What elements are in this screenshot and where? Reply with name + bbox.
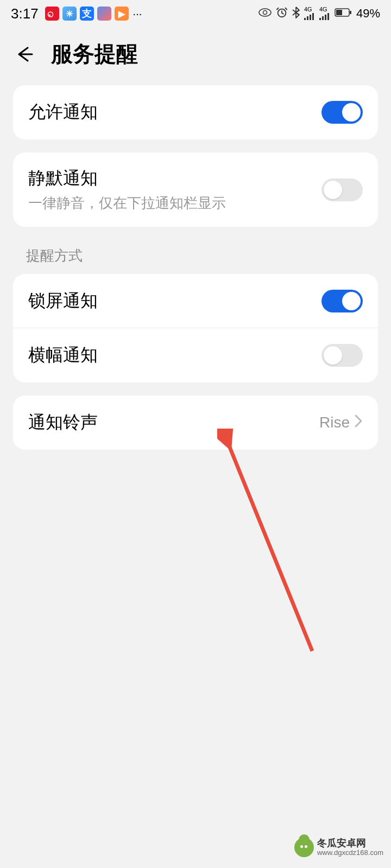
sound-label: 通知铃声: [28, 411, 98, 435]
signal-4g-icon-1: 4G: [304, 7, 315, 21]
svg-rect-11: [322, 16, 324, 20]
weibo-icon: [45, 7, 59, 21]
silent-notifications-toggle[interactable]: [321, 178, 363, 201]
svg-rect-8: [310, 15, 311, 20]
battery-text: 49%: [356, 7, 380, 21]
app-icon-2: ▶: [115, 7, 129, 21]
sound-row[interactable]: 通知铃声 Rise: [13, 395, 378, 450]
more-indicator: ···: [133, 8, 142, 20]
svg-rect-7: [307, 16, 308, 20]
svg-rect-13: [327, 13, 329, 20]
page-title: 服务提醒: [51, 39, 138, 69]
reminder-mode-card: 锁屏通知 横幅通知: [13, 274, 378, 382]
svg-point-2: [49, 15, 51, 16]
annotation-arrow: [217, 429, 337, 662]
weather-icon: ☀: [62, 7, 77, 21]
allow-notifications-row[interactable]: 允许通知: [13, 85, 378, 139]
alipay-icon: 支: [80, 7, 94, 21]
banner-row[interactable]: 横幅通知: [13, 328, 378, 382]
svg-rect-15: [336, 10, 342, 15]
svg-line-18: [227, 441, 312, 651]
back-arrow-icon: [14, 43, 35, 65]
watermark-logo-icon: [294, 838, 314, 857]
sound-card: 通知铃声 Rise: [13, 395, 378, 450]
app-icon-1: [97, 7, 111, 21]
lock-screen-row[interactable]: 锁屏通知: [13, 274, 378, 328]
watermark-title: 冬瓜安卓网: [317, 838, 383, 849]
silent-notifications-label: 静默通知: [28, 167, 226, 190]
lock-screen-label: 锁屏通知: [28, 289, 98, 313]
svg-point-1: [48, 12, 53, 17]
banner-toggle[interactable]: [321, 344, 363, 367]
allow-notifications-card: 允许通知: [13, 85, 378, 139]
svg-rect-9: [312, 13, 314, 20]
svg-rect-6: [304, 18, 306, 20]
watermark-url: www.dgxcdz168.com: [317, 849, 383, 857]
eye-icon: [258, 8, 272, 20]
silent-notifications-subtitle: 一律静音，仅在下拉通知栏显示: [28, 194, 226, 213]
status-left: 3:17 ☀ 支 ▶ ···: [11, 5, 142, 22]
status-bar: 3:17 ☀ 支 ▶ ··· 4G 4G 49%: [0, 0, 391, 27]
svg-rect-12: [325, 15, 326, 20]
status-time: 3:17: [11, 5, 39, 22]
svg-rect-16: [350, 11, 351, 14]
alarm-icon: [276, 7, 288, 21]
page-header: 服务提醒: [0, 27, 391, 85]
silent-notifications-card: 静默通知 一律静音，仅在下拉通知栏显示: [13, 152, 378, 227]
lock-screen-toggle[interactable]: [321, 290, 363, 312]
svg-rect-10: [319, 18, 321, 20]
signal-4g-icon-2: 4G: [319, 7, 330, 21]
svg-point-4: [263, 10, 267, 14]
watermark: 冬瓜安卓网 www.dgxcdz168.com: [294, 838, 383, 857]
svg-point-3: [259, 9, 271, 16]
battery-icon: [335, 8, 352, 20]
status-right: 4G 4G 49%: [258, 7, 380, 21]
allow-notifications-label: 允许通知: [28, 100, 98, 124]
bluetooth-icon: [292, 7, 300, 21]
chevron-right-icon: [354, 414, 363, 432]
back-button[interactable]: [13, 43, 36, 66]
allow-notifications-toggle[interactable]: [321, 101, 363, 124]
sound-value: Rise: [319, 414, 350, 431]
section-header: 提醒方式: [0, 240, 391, 274]
silent-notifications-row[interactable]: 静默通知 一律静音，仅在下拉通知栏显示: [13, 152, 378, 227]
banner-label: 横幅通知: [28, 343, 98, 367]
